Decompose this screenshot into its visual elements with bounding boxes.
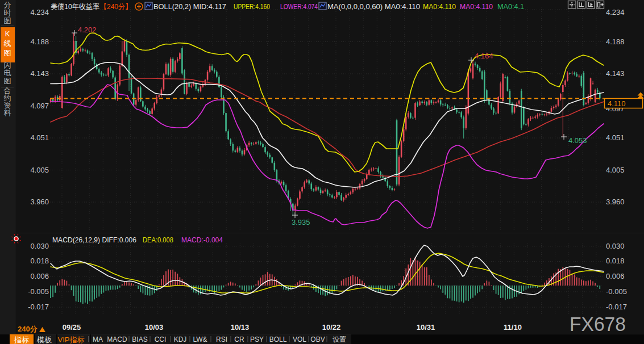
svg-text:MA0:4.1: MA0:4.1 [497,2,524,11]
svg-text:MACD: MACD [107,335,127,343]
svg-text:图: 图 [4,16,11,25]
svg-text:设置: 设置 [333,335,346,343]
svg-text:09/25: 09/25 [63,323,81,332]
svg-text:0.030: 0.030 [30,242,49,250]
svg-text:4.188: 4.188 [606,37,625,46]
svg-text:电: 电 [4,69,11,77]
svg-text:4.053: 4.053 [568,136,587,145]
svg-text:美债10年收益率: 美债10年收益率 [51,2,99,11]
svg-text:-0.005: -0.005 [28,287,49,296]
svg-text:模板: 模板 [36,335,52,344]
svg-text:4.005: 4.005 [30,166,49,174]
svg-text:4.188: 4.188 [30,37,49,46]
svg-text:料: 料 [4,108,11,117]
svg-text:4.164: 4.164 [475,52,493,60]
svg-text:MA0:4.110: MA0:4.110 [460,2,493,11]
svg-text:MACD:-0.004: MACD:-0.004 [181,236,223,244]
svg-text:4.110: 4.110 [608,99,626,108]
svg-text:10/13: 10/13 [231,323,250,332]
svg-text:K: K [5,30,10,38]
svg-text:0.018: 0.018 [606,257,625,265]
svg-text:MA: MA [93,335,103,343]
svg-text:PSY: PSY [250,335,264,343]
svg-text:时: 时 [4,9,11,17]
svg-text:-0.017: -0.017 [606,303,627,311]
svg-text:0.030: 0.030 [606,242,625,250]
svg-text:0.006: 0.006 [606,272,625,280]
svg-text:4.097: 4.097 [30,102,49,110]
svg-text:4.234: 4.234 [30,8,49,16]
svg-text:MACD(26,12,9) DIFF:0.006: MACD(26,12,9) DIFF:0.006 [52,236,136,244]
svg-text:CR: CR [234,335,244,343]
svg-text:DEA:0.008: DEA:0.008 [143,236,173,244]
svg-text:4.143: 4.143 [30,69,49,78]
svg-text:4.234: 4.234 [606,8,625,16]
svg-text:CCI: CCI [155,335,167,343]
svg-text:FX678: FX678 [570,313,626,335]
svg-text:4.051: 4.051 [30,133,49,142]
svg-text:BOLL: BOLL [269,335,287,343]
svg-text:10/31: 10/31 [417,323,435,332]
svg-text:-0.005: -0.005 [606,287,627,296]
svg-text:11/10: 11/10 [504,323,522,332]
svg-text:MA0:4.110: MA0:4.110 [423,2,456,11]
svg-text:LOWER:4.074: LOWER:4.074 [280,2,318,11]
svg-text:UPPER:4.160: UPPER:4.160 [234,2,270,11]
svg-text:4.005: 4.005 [606,166,625,174]
svg-text:4.202: 4.202 [78,26,97,34]
svg-text:闪: 闪 [4,61,11,69]
svg-text:3.935: 3.935 [292,218,310,226]
svg-text:RSI: RSI [216,335,227,343]
svg-text:指标: 指标 [14,335,29,344]
svg-text:10/22: 10/22 [322,323,341,332]
svg-text:VOL: VOL [293,335,306,343]
svg-text:OBV: OBV [310,335,325,343]
svg-text:【240分】: 【240分】 [100,2,132,11]
svg-text:图: 图 [4,49,11,57]
svg-text:KDJ: KDJ [174,335,187,343]
svg-text:LW&: LW& [193,335,207,343]
svg-text:-0.017: -0.017 [28,303,49,311]
svg-text:BOLL(20,2) MID:4.117: BOLL(20,2) MID:4.117 [153,2,226,11]
svg-text:10/03: 10/03 [145,323,164,332]
svg-text:线: 线 [4,39,11,48]
svg-text:0.018: 0.018 [30,257,49,265]
svg-text:3.960: 3.960 [30,198,49,206]
svg-text:图: 图 [4,77,11,85]
svg-text:0.006: 0.006 [30,272,49,280]
svg-text:VIP指标: VIP指标 [58,335,85,344]
svg-text:4.143: 4.143 [606,69,625,78]
svg-text:4.051: 4.051 [606,133,625,142]
svg-text:BIAS: BIAS [132,335,147,343]
svg-text:240分: 240分 [18,325,38,333]
svg-text:3.960: 3.960 [606,198,625,206]
svg-text:分: 分 [4,1,11,9]
svg-text:MA(0,0,0,0,0,60) MA0:4.110: MA(0,0,0,0,0,60) MA0:4.110 [327,2,420,11]
